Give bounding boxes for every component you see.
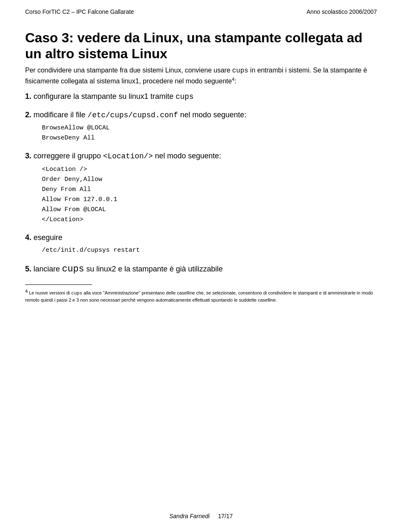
header-left: Corso ForTIC C2 – IPC Falcone Gallarate (25, 8, 134, 15)
footer-author: Sandra Farnedi (169, 513, 210, 519)
page-footer: Sandra Farnedi 17/17 (0, 513, 402, 519)
page-header: Corso ForTIC C2 – IPC Falcone Gallarate … (25, 8, 377, 17)
code-block-step3: <Location /> Order Deny,Allow Deny From … (42, 165, 377, 225)
step-1: 1. configurare la stampante su linux1 tr… (25, 91, 377, 102)
step-5: 5. lanciare cups su linux2 e la stampant… (25, 263, 377, 276)
main-title: Caso 3: vedere da Linux, una stampante c… (25, 30, 377, 62)
steps-list: 1. configurare la stampante su linux1 tr… (25, 91, 377, 276)
footnote-number: 4 (25, 289, 28, 294)
step-3: 3. correggere il gruppo <Location/> nel … (25, 151, 377, 225)
footnote-divider (25, 284, 92, 285)
code-block-step4: /etc/init.d/cupsys restart (42, 245, 377, 256)
intro-paragraph: Per condividere una stampante fra due si… (25, 65, 377, 86)
step-2: 2. modificare il file /etc/cups/cupsd.co… (25, 110, 377, 143)
header-right: Anno scolastico 2006/2007 (307, 8, 377, 15)
footnote: 4 Le nuove versioni di cups alla voce "A… (25, 288, 377, 303)
page-container: Corso ForTIC C2 – IPC Falcone Gallarate … (0, 0, 402, 532)
step-4: 4. eseguire /etc/init.d/cupsys restart (25, 232, 377, 256)
footer-page-number: 17/17 (218, 513, 233, 519)
code-block-step2: BrowseAllow @LOCAL BrowseDeny All (42, 123, 377, 143)
